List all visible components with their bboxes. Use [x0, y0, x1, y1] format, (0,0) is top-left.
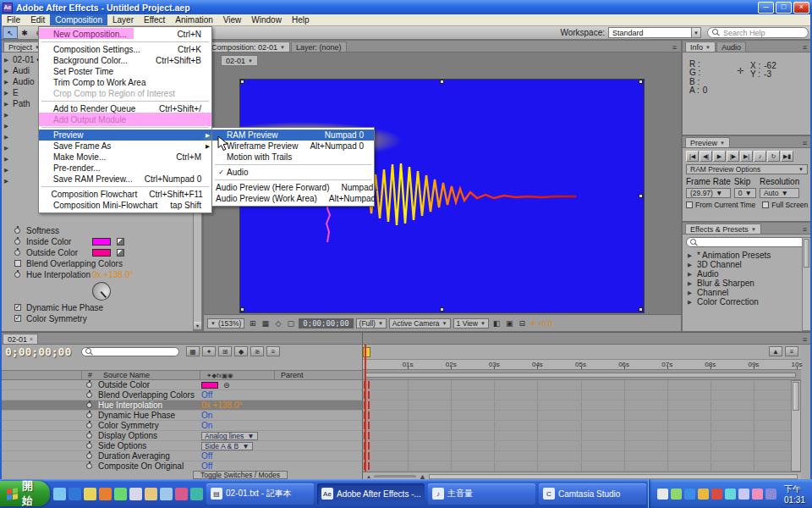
- menuitem-crop-comp-to-region-of-interest[interactable]: Crop Comp to Region of Interest: [39, 88, 211, 99]
- timeline-dropdown[interactable]: Analog lines▼: [201, 432, 258, 440]
- preview-field-select[interactable]: Auto▼: [760, 188, 799, 198]
- effects-category-animation-presets[interactable]: ▶* Animation Presets: [683, 251, 802, 260]
- taskbar-task-camtasia-studio[interactable]: CCamtasia Studio: [539, 483, 646, 505]
- column-number[interactable]: #: [88, 371, 92, 379]
- work-area-span[interactable]: [365, 373, 796, 378]
- track-row[interactable]: [363, 431, 791, 441]
- taskbar-task-主音量[interactable]: ♪主音量: [428, 483, 535, 505]
- quicklaunch-internet-explorer-icon[interactable]: [69, 488, 81, 500]
- track-row[interactable]: [363, 400, 791, 411]
- tray-clock-sync-icon[interactable]: [765, 489, 776, 500]
- zoom-slider-icon[interactable]: ≡: [785, 346, 798, 356]
- motion-blur-icon[interactable]: ≡: [266, 346, 280, 356]
- timeline-property-blend-overlapping-colors[interactable]: Blend Overlapping ColorsOff: [0, 390, 362, 400]
- effect-property-hue-interpolation[interactable]: Hue Interpolation0x +138.0°: [1, 269, 192, 280]
- keyframe-marker[interactable]: [368, 432, 370, 439]
- timeline-zoom-slider[interactable]: [374, 475, 416, 478]
- zoom-out-mountain-icon[interactable]: ▲: [366, 474, 371, 479]
- menuitem-add-output-module[interactable]: Add Output Module: [39, 114, 211, 125]
- panel-menu-icon[interactable]: ≡: [670, 43, 679, 52]
- scrollbar-thumb[interactable]: [804, 239, 809, 268]
- panel-menu-icon[interactable]: ≡: [800, 335, 809, 344]
- current-time-display[interactable]: 0;00;00;00: [5, 345, 71, 358]
- quicklaunch-folder-icon[interactable]: [145, 488, 157, 500]
- draft-3d-icon[interactable]: ⊞: [218, 346, 232, 356]
- stopwatch-icon[interactable]: [86, 382, 92, 388]
- keyframe-marker[interactable]: [368, 411, 370, 419]
- loop-button[interactable]: ↻: [767, 151, 780, 162]
- menuitem-background-color[interactable]: Background Color...Ctrl+Shift+B: [39, 55, 211, 66]
- timeline-property-outside-color[interactable]: Outside Color⊜: [0, 380, 362, 390]
- menuitem-audio-preview-here-forward[interactable]: Audio Preview (Here Forward)Numpad .: [212, 182, 374, 193]
- tray-ime-icon[interactable]: [738, 489, 749, 500]
- menuitem-save-ram-preview[interactable]: Save RAM Preview...Ctrl+Numpad 0: [39, 174, 211, 185]
- checkbox[interactable]: [762, 202, 769, 208]
- effect-property-outside-color[interactable]: Outside Color: [1, 247, 192, 258]
- comp-mini-tab[interactable]: 02-01 ▼: [221, 55, 258, 66]
- hand-tool-icon[interactable]: ✱: [18, 27, 31, 38]
- menuitem-wireframe-preview[interactable]: Wireframe PreviewAlt+Numpad 0: [212, 141, 374, 152]
- menuitem-motion-with-trails[interactable]: Motion with Trails: [212, 152, 374, 163]
- toggle-switches-modes-button[interactable]: Toggle Switches / Modes: [193, 471, 288, 479]
- preview-field-select[interactable]: 0▼: [734, 188, 756, 198]
- timeline-search-input[interactable]: [81, 347, 179, 356]
- tab-audio[interactable]: Audio: [716, 41, 746, 52]
- camera-select[interactable]: Active Camera ▼: [389, 318, 451, 329]
- tray-antivirus-icon[interactable]: [711, 489, 722, 500]
- effects-search-input[interactable]: [686, 237, 808, 247]
- track-row[interactable]: [363, 411, 791, 421]
- timeline-property-color-symmetry[interactable]: Color SymmetryOn: [0, 421, 362, 431]
- viewer-timecode[interactable]: 0;00;00;00: [299, 318, 353, 329]
- stopwatch-icon[interactable]: [14, 272, 20, 278]
- menu-view[interactable]: View: [218, 14, 247, 25]
- pixel-aspect-icon[interactable]: ⊟: [517, 318, 528, 329]
- quicklaunch-media-player-icon[interactable]: [99, 488, 112, 500]
- resolution-select[interactable]: (Full) ▼: [356, 318, 387, 329]
- twirl-right-icon[interactable]: ▶: [4, 68, 10, 75]
- twirl-right-icon[interactable]: ▶: [4, 167, 10, 174]
- menu-layer[interactable]: Layer: [107, 14, 139, 25]
- taskbar-task-adobe-after-effects[interactable]: AeAdobe After Effects -...: [317, 483, 425, 505]
- stopwatch-icon[interactable]: [14, 250, 20, 256]
- layer-handle[interactable]: [639, 80, 643, 84]
- keyframe-marker[interactable]: [368, 462, 370, 470]
- current-time-indicator-line[interactable]: [365, 345, 366, 472]
- preview-checkbox-from-current-time[interactable]: From Current Time: [686, 201, 755, 209]
- swatch-options-icon[interactable]: ⊜: [223, 380, 230, 390]
- quicklaunch-paint-icon[interactable]: [175, 488, 188, 500]
- menuitem-add-to-render-queue[interactable]: Add to Render QueueCtrl+Shift+/: [39, 103, 211, 114]
- timeline-property-side-options[interactable]: Side OptionsSide A & B▼: [0, 441, 362, 451]
- timeline-property-duration-averaging[interactable]: Duration AveragingOff: [0, 451, 362, 461]
- stopwatch-icon[interactable]: [86, 463, 92, 469]
- scroll-down-icon[interactable]: ▼: [194, 322, 201, 330]
- effects-category-color-correction[interactable]: ▶Color Correction: [683, 297, 802, 306]
- quicklaunch-messenger-icon[interactable]: [114, 488, 127, 500]
- effect-property-dynamic-hue-phase[interactable]: Dynamic Hue Phase✓: [1, 302, 192, 313]
- tray-display-icon[interactable]: [657, 489, 668, 500]
- effects-category-3d-channel[interactable]: ▶3D Channel: [683, 260, 802, 269]
- color-swatch[interactable]: [92, 249, 111, 257]
- region-of-interest-icon[interactable]: ▣: [504, 318, 515, 329]
- property-value[interactable]: 0x +138.0°: [92, 270, 133, 279]
- timeline-property-value[interactable]: On: [201, 411, 212, 421]
- menuitem-preview[interactable]: Preview▶: [39, 130, 211, 141]
- panel-menu-icon[interactable]: ≡: [800, 43, 809, 52]
- timeline-property-display-options[interactable]: Display OptionsAnalog lines▼: [0, 431, 362, 441]
- timeline-property-dynamic-hue-phase[interactable]: Dynamic Hue PhaseOn: [0, 411, 362, 421]
- layer-handle[interactable]: [440, 80, 444, 84]
- scrollbar-thumb[interactable]: [429, 474, 798, 479]
- timeline-dropdown[interactable]: Side A & B▼: [201, 442, 253, 450]
- timeline-property-value[interactable]: Off: [201, 451, 212, 461]
- twirl-right-icon[interactable]: ▶: [4, 90, 10, 97]
- tab-info[interactable]: Info▼: [685, 41, 716, 52]
- tab-layer[interactable]: Layer: (none): [291, 41, 347, 52]
- layer-handle[interactable]: [639, 194, 643, 198]
- last-frame-button[interactable]: ▶|: [740, 151, 753, 162]
- safe-guides-icon[interactable]: ⊞: [247, 318, 258, 329]
- twirl-right-icon[interactable]: ▶: [4, 112, 10, 119]
- twirl-right-icon[interactable]: ▶: [688, 271, 694, 278]
- layer-handle[interactable]: [440, 307, 444, 312]
- menuitem-set-poster-time[interactable]: Set Poster Time: [39, 66, 211, 77]
- stopwatch-icon[interactable]: [86, 453, 92, 459]
- effects-category-channel[interactable]: ▶Channel: [683, 288, 802, 297]
